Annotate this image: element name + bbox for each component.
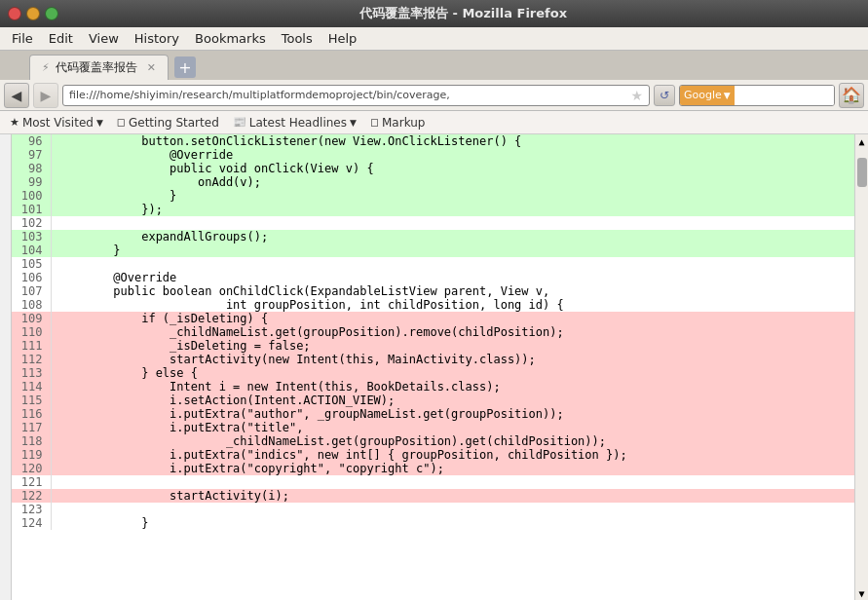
forward-button[interactable]: ▶ [33, 83, 58, 108]
scroll-up-button[interactable]: ▲ [855, 134, 868, 148]
line-number: 100 [12, 189, 51, 203]
menu-bookmarks[interactable]: Bookmarks [187, 29, 274, 48]
tab-label: 代码覆盖率报告 [56, 59, 137, 76]
table-row: 106 @Override [12, 271, 854, 284]
table-row: 102 [12, 216, 854, 230]
minimize-button[interactable] [26, 7, 40, 20]
table-row: 98 public void onClick(View v) { [12, 162, 854, 175]
code-line-content: @Override [51, 271, 854, 284]
line-number: 105 [12, 257, 51, 271]
table-row: 100 } [12, 189, 854, 203]
title-bar: 代码覆盖率报告 - Mozilla Firefox [0, 0, 868, 27]
bookmark-getting-started[interactable]: ◻ Getting Started [111, 114, 225, 131]
most-visited-icon: ★ [10, 116, 19, 129]
menu-tools[interactable]: Tools [274, 29, 321, 48]
line-number: 106 [12, 271, 51, 284]
home-button[interactable]: 🏠 [839, 83, 864, 108]
code-line-content: public void onClick(View v) { [51, 162, 854, 175]
bookmark-star-icon[interactable]: ★ [630, 88, 643, 103]
code-line-content: _childNameList.get(groupPosition).remove… [51, 325, 854, 339]
menu-help[interactable]: Help [321, 29, 365, 48]
menu-bar: File Edit View History Bookmarks Tools H… [0, 27, 868, 51]
code-line-content: startActivity(new Intent(this, MainActiv… [51, 353, 854, 366]
search-provider-arrow-icon: ▼ [724, 91, 731, 100]
table-row: 97 @Override [12, 148, 854, 162]
code-line-content: i.setAction(Intent.ACTION_VIEW); [51, 394, 854, 407]
line-number: 109 [12, 312, 51, 325]
bookmark-markup[interactable]: ◻ Markup [364, 114, 432, 131]
table-row: 122 startActivity(i); [12, 489, 854, 503]
refresh-button[interactable]: ↺ [654, 85, 675, 106]
table-row: 124 } [12, 516, 854, 530]
table-row: 117 i.putExtra("title", [12, 421, 854, 434]
bookmark-markup-label: Markup [382, 116, 425, 130]
bookmark-most-visited[interactable]: ★ Most Visited ▼ [4, 114, 109, 131]
line-number: 112 [12, 353, 51, 366]
bookmarks-bar: ★ Most Visited ▼ ◻ Getting Started 📰 Lat… [0, 111, 868, 134]
bookmark-getting-started-label: Getting Started [129, 116, 219, 130]
line-number: 121 [12, 475, 51, 489]
bookmark-latest-headlines[interactable]: 📰 Latest Headlines ▼ [227, 114, 362, 131]
table-row: 101 }); [12, 203, 854, 216]
line-number: 97 [12, 148, 51, 162]
maximize-button[interactable] [45, 7, 58, 20]
browser-tab[interactable]: ⚡ 代码覆盖率报告 ✕ [29, 55, 169, 80]
code-line-content: button.setOnClickListener(new View.OnCli… [51, 134, 854, 148]
address-text: file:///home/shiyimin/research/multiplat… [69, 89, 630, 101]
new-tab-button[interactable]: + [174, 56, 196, 78]
menu-edit[interactable]: Edit [41, 29, 81, 48]
code-line-content [51, 475, 854, 489]
line-number: 118 [12, 434, 51, 448]
code-container: 96 button.setOnClickListener(new View.On… [0, 134, 868, 600]
search-provider[interactable]: Google ▼ [680, 86, 735, 105]
vertical-scrollbar[interactable]: ▲ ▼ [854, 134, 868, 600]
close-button[interactable] [8, 7, 21, 20]
menu-view[interactable]: View [81, 29, 127, 48]
code-line-content: } [51, 189, 854, 203]
back-button[interactable]: ◀ [4, 83, 29, 108]
line-number: 115 [12, 394, 51, 407]
code-line-content: if (_isDeleting) { [51, 312, 854, 325]
scroll-track[interactable] [855, 148, 868, 586]
search-input[interactable] [735, 86, 835, 105]
line-number: 116 [12, 407, 51, 421]
code-line-content [51, 216, 854, 230]
line-number: 117 [12, 421, 51, 434]
line-number: 107 [12, 284, 51, 298]
line-number: 103 [12, 230, 51, 244]
table-row: 121 [12, 475, 854, 489]
bookmark-latest-headlines-label: Latest Headlines [249, 116, 347, 130]
table-row: 112 startActivity(new Intent(this, MainA… [12, 353, 854, 366]
scroll-thumb[interactable] [857, 158, 867, 187]
code-line-content: i.putExtra("title", [51, 421, 854, 434]
forward-icon: ▶ [41, 88, 52, 103]
menu-history[interactable]: History [127, 29, 187, 48]
bookmark-most-visited-label: Most Visited [22, 116, 94, 130]
code-line-content: _isDeleting = false; [51, 339, 854, 353]
line-number: 99 [12, 175, 51, 189]
code-line-content: }); [51, 203, 854, 216]
code-line-content: Intent i = new Intent(this, BookDetails.… [51, 380, 854, 394]
code-line-content: onAdd(v); [51, 175, 854, 189]
table-row: 96 button.setOnClickListener(new View.On… [12, 134, 854, 148]
line-number: 98 [12, 162, 51, 175]
line-number: 108 [12, 298, 51, 312]
menu-file[interactable]: File [4, 29, 41, 48]
scroll-down-button[interactable]: ▼ [855, 586, 868, 600]
table-row: 103 expandAllGroups(); [12, 230, 854, 244]
address-bar[interactable]: file:///home/shiyimin/research/multiplat… [62, 85, 650, 106]
line-number: 110 [12, 325, 51, 339]
code-scroll-area[interactable]: 96 button.setOnClickListener(new View.On… [12, 134, 854, 600]
window-title: 代码覆盖率报告 - Mozilla Firefox [66, 5, 860, 22]
home-icon: 🏠 [842, 86, 861, 104]
code-table: 96 button.setOnClickListener(new View.On… [12, 134, 854, 530]
code-line-content [51, 257, 854, 271]
table-row: 116 i.putExtra("author", _groupNameList.… [12, 407, 854, 421]
line-number: 104 [12, 244, 51, 257]
line-number: 114 [12, 380, 51, 394]
code-line-content: int groupPosition, int childPosition, lo… [51, 298, 854, 312]
tab-close-icon[interactable]: ✕ [147, 61, 156, 74]
nav-bar: ◀ ▶ file:///home/shiyimin/research/multi… [0, 80, 868, 111]
code-line-content: @Override [51, 148, 854, 162]
line-number: 119 [12, 448, 51, 462]
